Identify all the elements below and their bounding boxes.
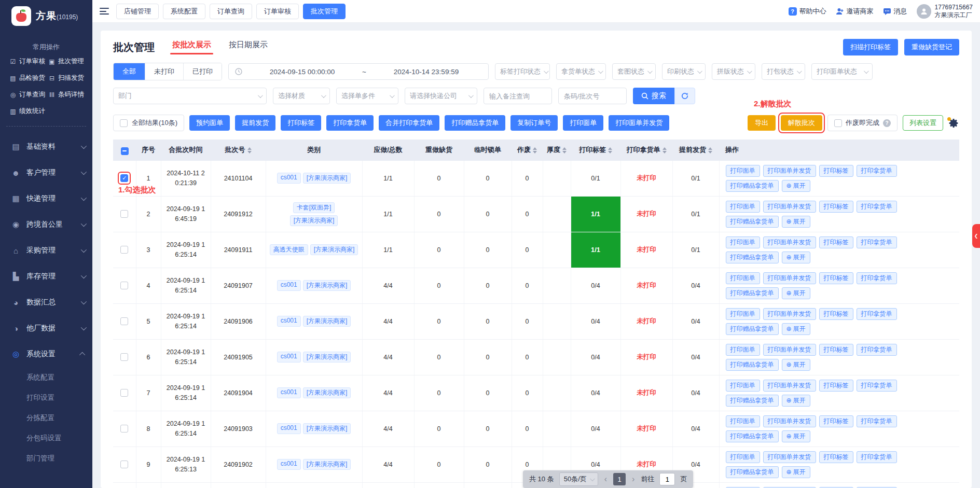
row-op-button[interactable]: 打印面单 bbox=[726, 236, 760, 248]
submenu-item-sorting-config[interactable]: 分拣配置 bbox=[0, 408, 92, 428]
messages-link[interactable]: 消息 bbox=[883, 7, 907, 16]
row-checkbox[interactable] bbox=[120, 174, 128, 182]
row-op-button[interactable]: 打印面单 bbox=[726, 201, 760, 213]
sort-icon[interactable] bbox=[708, 147, 712, 154]
row-op-button[interactable]: 打印拿货单 bbox=[857, 308, 897, 320]
redo-stockout-button[interactable]: 重做缺货登记 bbox=[904, 39, 959, 55]
view-tab-by-batch[interactable]: 按批次展示 bbox=[172, 40, 211, 54]
submenu-item-package-code[interactable]: 分包码设置 bbox=[0, 428, 92, 448]
quick-link-scan-ship[interactable]: ⊟扫描发货 bbox=[48, 74, 87, 82]
sidebar-item-data-summary[interactable]: ◕数据汇总 bbox=[0, 289, 92, 315]
sidebar-item-inventory[interactable]: ▙库存管理 bbox=[0, 263, 92, 289]
row-op-button[interactable]: 打印赠品拿货单 bbox=[726, 216, 779, 228]
sidebar-item-system-settings[interactable]: ◎系统设置 bbox=[0, 341, 92, 367]
void-complete-checkbox[interactable] bbox=[834, 119, 842, 127]
row-op-button[interactable]: 打印标签 bbox=[819, 344, 853, 356]
col-print-pickup[interactable]: 打印拿货单 bbox=[620, 140, 672, 161]
row-op-button[interactable]: 打印赠品拿货单 bbox=[726, 323, 779, 335]
sidebar-item-crossborder[interactable]: ◉跨境首公里 bbox=[0, 212, 92, 238]
pickup-state-select[interactable]: 拿货单状态 bbox=[556, 63, 606, 80]
help-center-link[interactable]: ?帮助中心 bbox=[789, 7, 826, 16]
row-expand-button[interactable]: ⊕展开 bbox=[782, 395, 810, 407]
row-op-button[interactable]: 打印赠品拿货单 bbox=[726, 287, 779, 299]
image-set-state-select[interactable]: 套图状态 bbox=[612, 63, 656, 80]
row-op-button[interactable]: 打印面单 bbox=[726, 415, 760, 427]
quick-link-performance[interactable]: ▥绩效统计 bbox=[9, 107, 48, 116]
quick-link-order-query[interactable]: ◎订单查询 bbox=[9, 90, 48, 99]
col-thickness[interactable]: 厚度 bbox=[543, 140, 571, 161]
row-checkbox[interactable] bbox=[120, 246, 128, 254]
select-all-checkbox[interactable] bbox=[120, 119, 128, 127]
print-label-button[interactable]: 打印标签 bbox=[281, 115, 321, 131]
row-expand-button[interactable]: ⊕展开 bbox=[782, 466, 810, 478]
col-batch-no[interactable]: 批次号 bbox=[211, 140, 266, 161]
material-select[interactable]: 选择材质 bbox=[273, 88, 330, 104]
segment-all[interactable]: 全部 bbox=[114, 63, 145, 80]
row-expand-button[interactable]: ⊕展开 bbox=[782, 287, 810, 299]
sidebar-item-purchase[interactable]: ⌂采购管理 bbox=[0, 238, 92, 263]
tab-system-config[interactable]: 系统配置 bbox=[163, 4, 205, 19]
row-op-button[interactable]: 打印标签 bbox=[819, 415, 853, 427]
row-op-button[interactable]: 打印面单并发货 bbox=[763, 451, 816, 463]
row-op-button[interactable]: 打印赠品拿货单 bbox=[726, 252, 779, 263]
row-op-button[interactable]: 打印标签 bbox=[819, 236, 853, 248]
row-op-button[interactable]: 打印赠品拿货单 bbox=[726, 180, 779, 192]
row-op-button[interactable]: 打印面单 bbox=[726, 272, 760, 284]
row-checkbox[interactable] bbox=[120, 461, 128, 468]
view-tab-by-date[interactable]: 按日期展示 bbox=[229, 40, 268, 54]
packing-state-select[interactable]: 打包状态 bbox=[762, 63, 805, 80]
row-op-button[interactable]: 打印面单 bbox=[726, 380, 760, 392]
sort-icon[interactable] bbox=[608, 147, 612, 154]
row-op-button[interactable]: 打印面单并发货 bbox=[763, 272, 816, 284]
sidebar-item-other-factory[interactable]: ◑他厂数据 bbox=[0, 315, 92, 341]
row-op-button[interactable]: 打印拿货单 bbox=[857, 415, 897, 427]
reserve-waybill-button[interactable]: 预约面单 bbox=[189, 115, 230, 131]
row-op-button[interactable]: 打印面单 bbox=[726, 451, 760, 463]
tab-order-review[interactable]: 订单审核 bbox=[256, 4, 299, 19]
page-size-select[interactable]: 50条/页 bbox=[559, 472, 598, 486]
row-op-button[interactable]: 打印赠品拿货单 bbox=[726, 430, 779, 442]
sidebar-item-express[interactable]: ▦快递管理 bbox=[0, 186, 92, 212]
current-page[interactable]: 1 bbox=[613, 473, 626, 485]
void-complete-option[interactable]: 作废即完成 ? bbox=[827, 115, 898, 131]
sort-icon[interactable] bbox=[247, 147, 252, 154]
user-account[interactable]: 17769715667 方果演示工厂 bbox=[917, 4, 973, 19]
row-checkbox[interactable] bbox=[120, 389, 128, 397]
single-multi-select[interactable]: 选择单多件 bbox=[336, 88, 398, 104]
row-op-button[interactable]: 打印赠品拿货单 bbox=[726, 395, 779, 407]
department-select[interactable]: 部门 bbox=[113, 88, 267, 104]
print-gift-pickup-button[interactable]: 打印赠品拿货单 bbox=[445, 115, 505, 131]
row-op-button[interactable]: 打印标签 bbox=[819, 165, 853, 177]
row-op-button[interactable]: 打印拿货单 bbox=[857, 451, 897, 463]
quick-link-barcode-detail[interactable]: ǁǁ条码详情 bbox=[48, 90, 87, 99]
row-op-button[interactable]: 打印拿货单 bbox=[857, 236, 897, 248]
submenu-item-system-config[interactable]: 系统配置 bbox=[0, 367, 92, 387]
tab-order-query[interactable]: 订单查询 bbox=[210, 4, 252, 19]
sidebar-item-customer[interactable]: ☻客户管理 bbox=[0, 160, 92, 186]
row-op-button[interactable]: 打印标签 bbox=[819, 380, 853, 392]
row-op-button[interactable]: 打印面单 bbox=[726, 308, 760, 320]
edge-drawer-tab[interactable]: ❮ bbox=[972, 224, 980, 248]
row-op-button[interactable]: 打印标签 bbox=[819, 272, 853, 284]
row-checkbox[interactable] bbox=[120, 353, 128, 361]
table-settings-gear[interactable] bbox=[948, 118, 959, 129]
row-expand-button[interactable]: ⊕展开 bbox=[782, 359, 810, 371]
row-op-button[interactable]: 打印面单并发货 bbox=[763, 201, 816, 213]
row-expand-button[interactable]: ⊕展开 bbox=[782, 216, 810, 228]
col-early-ship[interactable]: 提前发货 bbox=[672, 140, 719, 161]
row-op-button[interactable]: 打印拿货单 bbox=[857, 380, 897, 392]
list-settings-button[interactable]: 列表设置 bbox=[903, 115, 943, 131]
next-page-icon[interactable]: › bbox=[631, 475, 636, 484]
row-op-button[interactable]: 打印拿货单 bbox=[857, 344, 897, 356]
print-pickup-button[interactable]: 打印拿货单 bbox=[326, 115, 374, 131]
quick-link-batch-manage[interactable]: ▣批次管理 bbox=[48, 57, 87, 66]
print-waybill-button[interactable]: 打印面单 bbox=[563, 115, 603, 131]
row-expand-button[interactable]: ⊕展开 bbox=[782, 252, 810, 263]
row-op-button[interactable]: 打印拿货单 bbox=[857, 165, 897, 177]
tab-shop-manage[interactable]: 店铺管理 bbox=[116, 4, 159, 19]
early-ship-button[interactable]: 提前发货 bbox=[235, 115, 275, 131]
row-op-button[interactable]: 打印标签 bbox=[819, 451, 853, 463]
quick-link-quality-check[interactable]: ▤品检验货 bbox=[9, 74, 48, 82]
barcode-batch-input[interactable] bbox=[558, 88, 627, 104]
row-op-button[interactable]: 打印面单 bbox=[726, 165, 760, 177]
